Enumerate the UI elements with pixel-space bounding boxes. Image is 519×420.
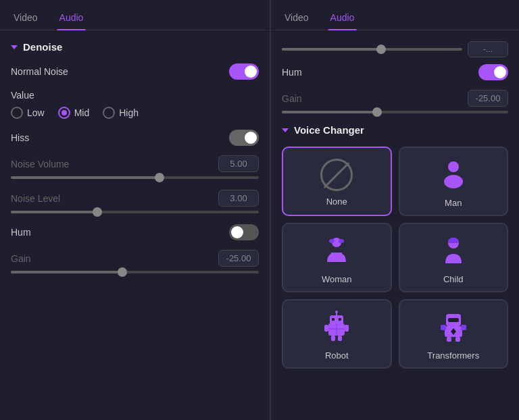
svg-rect-13 [345,325,349,332]
svg-point-11 [335,311,338,313]
noise-volume-slider[interactable] [11,176,259,179]
voice-card-transformers[interactable]: Transformers [399,299,509,369]
toggle-thumb [245,65,257,78]
radio-circle-high [103,107,115,119]
radio-circle-low [11,107,23,119]
tab-video-right[interactable]: Video [282,7,312,30]
top-slider-section: -... [282,41,508,57]
radio-group-value: Low Mid High [11,107,259,119]
top-slider-fill [282,48,381,51]
hiss-toggle-thumb [245,132,257,144]
voice-card-none[interactable]: None [282,147,392,216]
normal-noise-label: Normal Noise [11,66,68,77]
gain-thumb-left [118,267,127,277]
noise-volume-thumb [155,173,164,182]
hiss-row: Hiss [11,130,259,146]
gain-label-right: Gain [282,93,302,104]
noise-volume-fill [11,176,159,179]
voice-label-robot: Robot [325,350,349,361]
svg-point-0 [448,161,459,172]
hum-row-left: Hum [11,224,259,240]
noise-level-value: 3.00 [218,190,259,207]
gain-header-right: Gain -25.00 [282,90,508,107]
hum-label-right: Hum [282,67,302,78]
gain-slider-left[interactable] [11,271,259,273]
noise-level-section: Noise Level 3.00 [11,190,259,213]
radio-mid[interactable]: Mid [58,107,90,119]
value-label: Value [11,90,34,101]
hum-row-right: Hum [282,64,508,80]
hiss-label: Hiss [11,132,29,143]
svg-rect-14 [331,336,335,341]
left-tabs: Video Audio [0,0,270,30]
hum-toggle-thumb-right [494,66,506,78]
gain-value-left: -25.00 [218,250,259,267]
hum-label-left: Hum [11,227,31,238]
man-icon [437,157,470,192]
svg-point-3 [329,239,335,243]
voice-label-woman: Woman [322,274,352,284]
woman-icon [320,234,353,269]
svg-rect-24 [447,337,451,342]
gain-thumb-right [372,107,382,117]
noise-level-slider[interactable] [11,211,259,213]
svg-rect-9 [339,318,341,321]
gain-label-left: Gain [11,253,31,264]
left-content: Denoise Normal Noise Value Low Mi [0,30,270,420]
gain-section-left: Gain -25.00 [11,250,259,273]
noise-level-fill [11,211,97,213]
top-slider[interactable] [282,48,462,51]
gain-slider-right[interactable] [282,111,508,113]
noise-level-header: Noise Level 3.00 [11,190,259,207]
voice-card-robot[interactable]: Robot [282,299,392,369]
left-panel: Video Audio Denoise Normal Noise Value [0,0,270,420]
robot-icon [320,310,353,345]
gain-section-right: Gain -25.00 [282,90,508,113]
noise-volume-header: Noise Volume 5.00 [11,155,259,172]
svg-rect-19 [448,318,459,322]
voice-chevron-icon [282,128,289,132]
hiss-toggle[interactable] [229,130,259,146]
denoise-title: Denoise [23,41,62,53]
noise-level-thumb [93,207,102,217]
tab-audio-left[interactable]: Audio [57,7,86,30]
svg-rect-8 [332,318,335,321]
gain-fill-left [11,271,122,273]
voice-label-man: Man [445,198,462,208]
hum-toggle-left[interactable] [229,224,259,240]
radio-dot-mid [61,110,67,115]
denoise-section-header: Denoise [11,41,259,53]
noise-volume-section: Noise Volume 5.00 [11,155,259,179]
voice-card-man[interactable]: Man [399,147,509,216]
noise-volume-label: Noise Volume [11,159,69,169]
voice-changer-title: Voice Changer [294,124,364,136]
voice-grid: None Man [282,147,508,369]
radio-low[interactable]: Low [11,107,45,119]
svg-point-4 [339,239,344,243]
svg-rect-21 [441,325,446,330]
voice-label-none: None [326,196,347,207]
radio-high[interactable]: High [103,107,139,119]
noise-volume-value: 5.00 [218,155,259,172]
hum-toggle-right[interactable] [478,64,508,80]
none-icon [320,159,353,191]
top-slider-thumb [376,45,386,54]
tab-video-left[interactable]: Video [11,7,41,30]
chevron-down-icon [11,45,18,49]
tab-audio-right[interactable]: Audio [328,7,357,30]
right-tabs: Video Audio [271,0,519,30]
child-icon [437,234,470,269]
voice-card-woman[interactable]: Woman [282,223,392,292]
right-content: -... Hum Gain -25.00 Voice Chang [271,30,519,420]
right-panel: Video Audio -... Hum [271,0,519,420]
hum-toggle-thumb [231,226,243,238]
normal-noise-row: Normal Noise [11,63,259,80]
top-slider-row: -... [282,41,508,57]
svg-point-1 [444,175,463,188]
voice-card-child[interactable]: Child [399,223,509,292]
radio-circle-mid [58,107,70,119]
svg-rect-25 [455,337,460,342]
svg-rect-15 [338,336,342,341]
svg-rect-22 [461,325,466,330]
normal-noise-toggle[interactable] [229,63,259,80]
